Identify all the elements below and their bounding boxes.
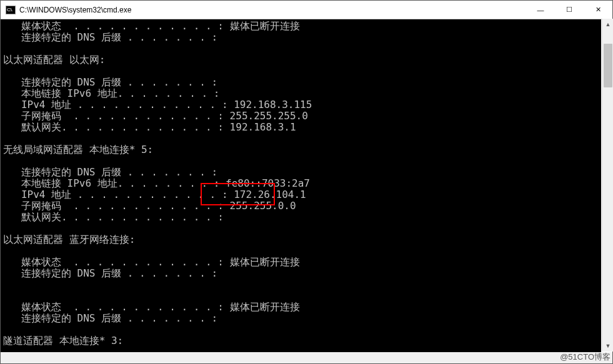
- terminal-line: 连接特定的 DNS 后缀 . . . . . . . :: [3, 268, 599, 279]
- window-title: C:\WINDOWS\system32\cmd.exe: [19, 6, 526, 14]
- scrollbar[interactable]: ▲ ▼: [602, 19, 613, 352]
- terminal-line: 本地链接 IPv6 地址. . . . . . . . : fe80::7033…: [3, 178, 599, 189]
- terminal-line: 媒体状态 . . . . . . . . . . . . : 媒体已断开连接: [3, 257, 599, 268]
- terminal-line: 无线局域网适配器 本地连接* 5:: [3, 144, 599, 155]
- terminal-line: IPv4 地址 . . . . . . . . . . . . : 172.26…: [3, 189, 599, 200]
- terminal-line: [3, 245, 599, 257]
- status-bar: [1, 352, 612, 364]
- terminal-line: 默认网关. . . . . . . . . . . . . : 192.168.…: [3, 122, 599, 133]
- terminal-line: 媒体状态 . . . . . . . . . . . . : 媒体已断开连接: [3, 21, 599, 32]
- terminal-line: 连接特定的 DNS 后缀 . . . . . . . :: [3, 77, 599, 88]
- terminal-line: [3, 223, 599, 234]
- close-button[interactable]: ✕: [584, 1, 612, 19]
- terminal-line: [3, 279, 599, 290]
- terminal-output[interactable]: 媒体状态 . . . . . . . . . . . . : 媒体已断开连接 连…: [1, 19, 601, 352]
- scroll-down-button[interactable]: ▼: [602, 340, 613, 352]
- terminal-line: 以太网适配器 蓝牙网络连接:: [3, 234, 599, 245]
- titlebar[interactable]: C:\. C:\WINDOWS\system32\cmd.exe — ☐ ✕: [1, 1, 612, 19]
- terminal-line: 子网掩码 . . . . . . . . . . . . : 255.255.2…: [3, 111, 599, 122]
- terminal-line: 子网掩码 . . . . . . . . . . . . : 255.255.0…: [3, 200, 599, 212]
- terminal-line: 隧道适配器 本地连接* 3:: [3, 335, 599, 347]
- terminal-line: 本地链接 IPv6 地址. . . . . . . . :: [3, 88, 599, 99]
- terminal-line: [3, 290, 599, 302]
- scroll-up-button[interactable]: ▲: [602, 19, 613, 30]
- window-buttons: — ☐ ✕: [526, 1, 612, 19]
- terminal-line: 默认网关. . . . . . . . . . . . . :: [3, 212, 599, 223]
- terminal-line: 连接特定的 DNS 后缀 . . . . . . . :: [3, 32, 599, 43]
- terminal-line: 连接特定的 DNS 后缀 . . . . . . . :: [3, 167, 599, 178]
- terminal-line: [3, 133, 599, 144]
- terminal-line: 以太网适配器 以太网:: [3, 54, 599, 66]
- terminal-line: 媒体状态 . . . . . . . . . . . . : 媒体已断开连接: [3, 302, 599, 313]
- terminal-line: [3, 324, 599, 335]
- terminal-line: 连接特定的 DNS 后缀 . . . . . . . :: [3, 313, 599, 324]
- terminal-line: [3, 43, 599, 54]
- terminal-line: IPv4 地址 . . . . . . . . . . . . : 192.16…: [3, 99, 599, 111]
- watermark: @51CTO博客: [560, 352, 611, 363]
- cmd-icon: C:\.: [6, 6, 16, 14]
- terminal-line: [3, 155, 599, 167]
- terminal-line: [3, 66, 599, 77]
- scroll-thumb[interactable]: [604, 44, 612, 87]
- minimize-button[interactable]: —: [526, 1, 555, 19]
- maximize-button[interactable]: ☐: [555, 1, 584, 19]
